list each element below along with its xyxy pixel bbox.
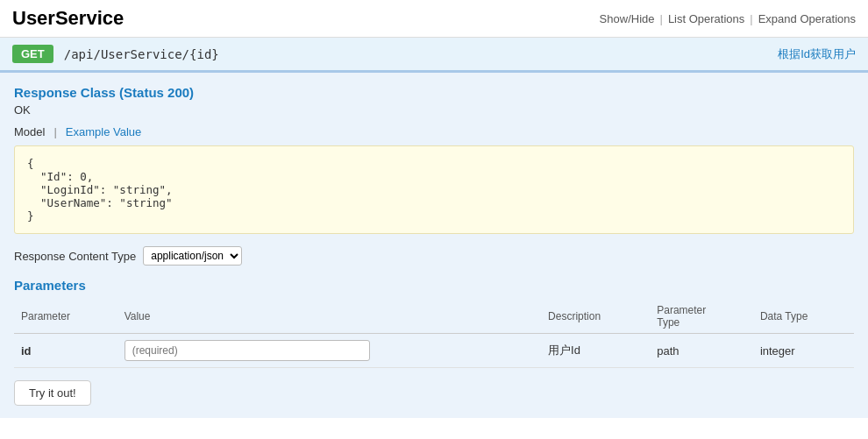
param-data-type: integer (753, 334, 854, 368)
param-description: 用户Id (541, 334, 650, 368)
response-class-title: Response Class (Status 200) (14, 85, 854, 100)
col-value: Value (117, 300, 541, 334)
main-content: Response Class (Status 200) OK Model | E… (0, 73, 868, 418)
endpoint-bar: GET /api/UserService/{id} 根据Id获取用户 (0, 38, 868, 70)
param-name: id (14, 334, 117, 368)
parameters-title: Parameters (14, 278, 854, 293)
sep2: | (750, 12, 752, 25)
param-value-input[interactable] (125, 340, 370, 361)
content-type-label: Response Content Type (14, 250, 136, 263)
endpoint-path: /api/UserService/{id} (64, 47, 219, 61)
table-row: id 用户Id path integer (14, 334, 854, 368)
table-header-row: Parameter Value Description Parameter Ty… (14, 300, 854, 334)
col-description: Description (541, 300, 650, 334)
parameters-table: Parameter Value Description Parameter Ty… (14, 300, 854, 368)
response-status: OK (14, 103, 854, 117)
service-title: UserService (12, 7, 124, 30)
example-code-block: { "Id": 0, "LoginId": "string", "UserNam… (14, 145, 854, 234)
expand-operations-link[interactable]: Expand Operations (758, 12, 856, 25)
model-tab[interactable]: Model (14, 125, 45, 138)
example-value-tab[interactable]: Example Value (66, 125, 141, 138)
header-nav: Show/Hide | List Operations | Expand Ope… (600, 12, 856, 25)
col-data-type: Data Type (753, 300, 854, 334)
tab-separator: | (53, 125, 56, 138)
show-hide-link[interactable]: Show/Hide (600, 12, 655, 25)
col-parameter: Parameter (14, 300, 117, 334)
method-badge: GET (12, 45, 53, 63)
try-it-out-button[interactable]: Try it out! (14, 380, 91, 406)
response-content-type-row: Response Content Type application/json (14, 246, 854, 266)
list-operations-link[interactable]: List Operations (668, 12, 744, 25)
param-value-cell (117, 334, 541, 368)
col-param-type: Parameter Type (650, 300, 753, 334)
model-tabs: Model | Example Value (14, 125, 854, 138)
param-type: path (650, 334, 753, 368)
endpoint-description: 根据Id获取用户 (778, 46, 856, 62)
page-header: UserService Show/Hide | List Operations … (0, 0, 868, 38)
content-type-select[interactable]: application/json (143, 246, 242, 266)
sep1: | (659, 12, 662, 25)
